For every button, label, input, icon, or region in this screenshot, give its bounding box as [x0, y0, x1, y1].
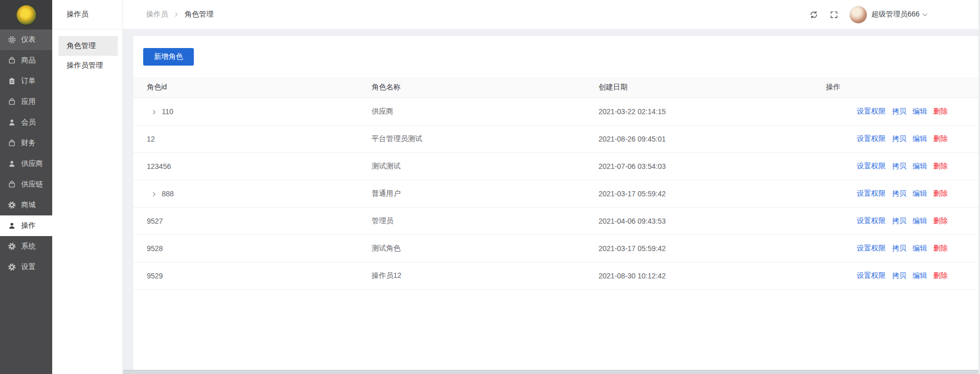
sidebar-item-商城[interactable]: 商城 [0, 195, 52, 215]
set-permission-link[interactable]: 设置权限 [857, 107, 886, 115]
cell-created-date: 2021-04-06 09:43:53 [585, 207, 813, 235]
cell-created-date: 2021-03-17 05:59:42 [585, 235, 813, 262]
column-header-actions: 操作 [813, 77, 978, 98]
add-role-button[interactable]: 新增角色 [143, 48, 194, 66]
person-icon [8, 118, 16, 127]
delete-link[interactable]: 删除 [933, 216, 948, 225]
cell-actions: 设置权限拷贝编辑删除 [813, 98, 978, 125]
content-area: 新增角色 角色id 角色名称 创建日期 操作 110供应商2021-03-22 … [123, 29, 980, 370]
cell-role-name: 平台管理员测试 [358, 125, 585, 152]
sidebar-item-财务[interactable]: 财务 [0, 133, 52, 153]
nav-rail-items: 仪表商品订单应用会员财务供应商供应链商城操作系统设置 [0, 29, 52, 277]
gear-icon [8, 201, 16, 209]
secondary-sidebar: 操作员 角色管理操作员管理 [52, 0, 123, 374]
cell-created-date: 2021-03-22 02:14:15 [585, 98, 813, 125]
cell-role-id: 9527 [133, 207, 358, 235]
sidebar-item-商品[interactable]: 商品 [0, 50, 52, 71]
topbar-right: 超级管理员666 [807, 6, 928, 23]
edit-link[interactable]: 编辑 [913, 216, 927, 225]
sidebar-item-会员[interactable]: 会员 [0, 112, 52, 133]
fullscreen-icon[interactable] [828, 8, 840, 21]
copy-link[interactable]: 拷贝 [892, 271, 907, 279]
chevron-down-icon[interactable] [922, 11, 928, 18]
submenu-item-操作员管理[interactable]: 操作员管理 [58, 56, 118, 75]
copy-link[interactable]: 拷贝 [892, 189, 907, 197]
table-header-row: 角色id 角色名称 创建日期 操作 [133, 77, 978, 98]
user-name[interactable]: 超级管理员666 [871, 10, 920, 19]
copy-link[interactable]: 拷贝 [892, 244, 907, 252]
delete-link[interactable]: 删除 [933, 107, 948, 115]
sidebar-item-系统[interactable]: 系统 [0, 236, 52, 257]
sidebar-item-仪表[interactable]: 仪表 [0, 29, 52, 50]
sidebar-item-订单[interactable]: 订单 [0, 71, 52, 91]
bag-icon [8, 139, 16, 147]
sidebar-item-label: 会员 [21, 118, 36, 127]
set-permission-link[interactable]: 设置权限 [857, 216, 886, 225]
cell-actions: 设置权限拷贝编辑删除 [813, 235, 978, 262]
delete-link[interactable]: 删除 [933, 134, 948, 143]
set-permission-link[interactable]: 设置权限 [857, 134, 886, 143]
column-header-role-id: 角色id [133, 77, 358, 98]
sidebar-item-供应链[interactable]: 供应链 [0, 174, 52, 195]
column-header-created: 创建日期 [585, 77, 813, 98]
copy-link[interactable]: 拷贝 [892, 162, 907, 170]
delete-link[interactable]: 删除 [933, 271, 948, 279]
bag-icon [8, 98, 16, 106]
edit-link[interactable]: 编辑 [913, 271, 927, 279]
table-row: 9527管理员2021-04-06 09:43:53设置权限拷贝编辑删除 [133, 207, 978, 235]
delete-link[interactable]: 删除 [933, 244, 948, 252]
column-header-role-name: 角色名称 [358, 77, 585, 98]
breadcrumb-prev[interactable]: 操作员 [146, 10, 168, 19]
gear-icon [8, 242, 16, 251]
clipboard-icon [8, 77, 16, 85]
horizontal-scrollbar[interactable] [123, 370, 980, 374]
submenu-item-角色管理[interactable]: 角色管理 [58, 36, 118, 56]
edit-link[interactable]: 编辑 [913, 244, 927, 252]
submenu-items: 角色管理操作员管理 [52, 29, 122, 75]
logo-flower-avatar[interactable] [17, 5, 36, 25]
table-row: 888普通用户2021-03-17 05:59:42设置权限拷贝编辑删除 [133, 180, 978, 207]
sidebar-item-设置[interactable]: 设置 [0, 257, 52, 277]
edit-link[interactable]: 编辑 [913, 162, 927, 170]
bag-icon [8, 56, 16, 65]
set-permission-link[interactable]: 设置权限 [857, 244, 886, 252]
roles-table: 角色id 角色名称 创建日期 操作 110供应商2021-03-22 02:14… [133, 77, 978, 290]
set-permission-link[interactable]: 设置权限 [857, 189, 886, 197]
cell-role-name: 测试角色 [358, 235, 585, 262]
sidebar-item-label: 操作 [21, 221, 36, 230]
edit-link[interactable]: 编辑 [913, 107, 927, 115]
delete-link[interactable]: 删除 [933, 189, 948, 197]
delete-link[interactable]: 删除 [933, 162, 948, 170]
set-permission-link[interactable]: 设置权限 [857, 271, 886, 279]
cell-role-id: 9528 [133, 235, 358, 262]
copy-link[interactable]: 拷贝 [892, 134, 907, 143]
main-area: 操作员 角色管理 超级管理 [123, 0, 980, 374]
cell-actions: 设置权限拷贝编辑删除 [813, 125, 978, 152]
cell-actions: 设置权限拷贝编辑删除 [813, 152, 978, 180]
table-row: 12平台管理员测试2021-08-26 09:45:01设置权限拷贝编辑删除 [133, 125, 978, 152]
cell-created-date: 2021-07-06 03:54:03 [585, 152, 813, 180]
user-avatar[interactable] [850, 6, 867, 23]
chevron-right-icon [173, 11, 179, 18]
sidebar-item-供应商[interactable]: 供应商 [0, 153, 52, 174]
edit-link[interactable]: 编辑 [913, 189, 927, 197]
sidebar-item-应用[interactable]: 应用 [0, 91, 52, 112]
person-icon [8, 222, 16, 230]
sidebar-item-label: 设置 [21, 262, 36, 272]
submenu-item-label: 角色管理 [67, 41, 96, 51]
edit-link[interactable]: 编辑 [913, 134, 927, 143]
refresh-icon[interactable] [807, 8, 820, 21]
copy-link[interactable]: 拷贝 [892, 216, 907, 225]
cell-role-name: 测试测试 [358, 152, 585, 180]
topbar: 操作员 角色管理 超级管理 [123, 0, 980, 29]
table-body: 110供应商2021-03-22 02:14:15设置权限拷贝编辑删除12平台管… [133, 98, 978, 289]
sidebar-item-操作[interactable]: 操作 [0, 215, 52, 236]
cell-role-name: 管理员 [358, 207, 585, 235]
expand-row-icon[interactable] [151, 191, 157, 197]
copy-link[interactable]: 拷贝 [892, 107, 907, 115]
cell-role-id: 9529 [133, 262, 358, 289]
expand-row-icon[interactable] [151, 109, 157, 115]
cell-created-date: 2021-03-17 05:59:42 [585, 180, 813, 207]
set-permission-link[interactable]: 设置权限 [857, 162, 886, 170]
sidebar-item-label: 订单 [21, 76, 36, 86]
